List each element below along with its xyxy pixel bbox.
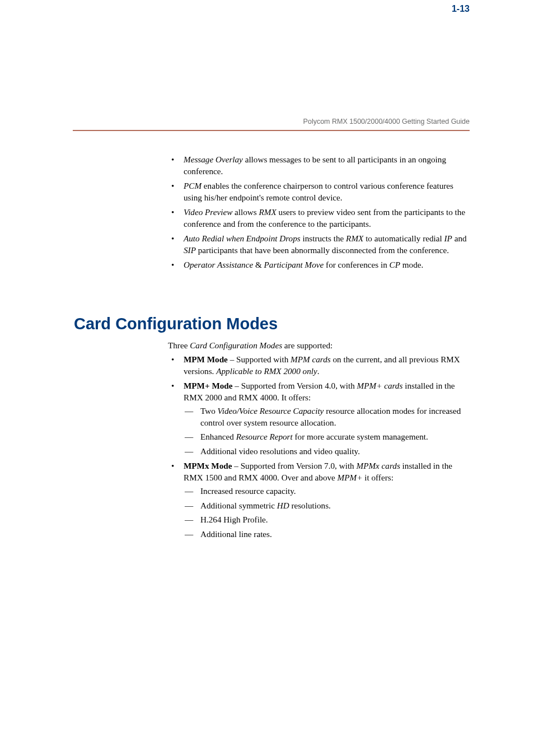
text: instructs the — [301, 234, 346, 243]
sub-item: Additional video resolutions and video q… — [184, 446, 470, 458]
intro-text: Three Card Configuration Modes are suppo… — [168, 340, 470, 351]
feature-name: Operator Assistance — [184, 260, 253, 269]
product-name: RMX — [259, 207, 277, 217]
sub-item: Two Video/Voice Resource Capacity resour… — [184, 405, 470, 428]
header-rule — [73, 130, 470, 131]
list-item: Message Overlay allows messages to be se… — [168, 154, 470, 177]
list-item: MPM Mode – Supported with MPM cards on t… — [168, 354, 470, 377]
feature-name: Participant Move — [264, 260, 324, 269]
term: Video/Voice Resource Capacity — [218, 406, 324, 416]
sub-item: Enhanced Resource Report for more accura… — [184, 431, 470, 443]
page-number: 1-13 — [452, 4, 470, 14]
top-bullet-block: Message Overlay allows messages to be se… — [168, 154, 470, 274]
sub-item: Additional symmetric HD resolutions. — [184, 500, 470, 512]
text: it offers: — [362, 473, 393, 482]
text: – Supported from Version 4.0, with — [233, 381, 357, 390]
feature-desc: enables the conference chairperson to co… — [184, 181, 453, 202]
list-item: Auto Redial when Endpoint Drops instruct… — [168, 233, 470, 256]
text: Additional symmetric — [200, 501, 277, 510]
text: and — [452, 234, 467, 243]
text: & — [253, 260, 264, 269]
feature-name: Message Overlay — [184, 155, 243, 164]
term: Card Configuration Modes — [190, 340, 282, 350]
list-item: Operator Assistance & Participant Move f… — [168, 259, 470, 271]
feature-desc: participants that have been abnormally d… — [196, 245, 449, 255]
section-body: Three Card Configuration Modes are suppo… — [168, 340, 470, 543]
sub-item: Additional line rates. — [184, 529, 470, 540]
term: IP — [444, 234, 452, 243]
feature-name: Auto Redial when Endpoint Drops — [184, 234, 301, 243]
text: Three — [168, 340, 190, 350]
term: Resource Report — [236, 432, 293, 441]
text: mode. — [400, 260, 423, 269]
text: allows — [232, 207, 259, 217]
text: are supported: — [282, 340, 332, 350]
page-container: Polycom RMX 1500/2000/4000 Getting Start… — [0, 0, 534, 118]
term: MPM cards — [291, 354, 331, 364]
text: . — [317, 366, 320, 376]
mode-name: MPMx Mode — [184, 461, 232, 470]
list-item: PCM enables the conference chairperson t… — [168, 180, 470, 203]
text: for conferences in — [324, 260, 389, 269]
term: MPM+ cards — [357, 381, 403, 390]
sub-item: H.264 High Profile. — [184, 514, 470, 526]
mode-list: MPM Mode – Supported with MPM cards on t… — [168, 354, 470, 540]
text: Two — [200, 406, 218, 416]
text: – Supported with — [228, 354, 291, 364]
term: MPM+ — [338, 473, 363, 482]
feature-name: Video Preview — [184, 207, 232, 217]
text: for more accurate system management. — [293, 432, 428, 441]
text: – Supported from Version 7.0, with — [232, 461, 356, 470]
term: CP — [390, 260, 400, 269]
list-item: Video Preview allows RMX users to previe… — [168, 207, 470, 230]
product-name: RMX — [346, 234, 363, 243]
mode-name: MPM+ Mode — [184, 381, 233, 390]
term: SIP — [184, 245, 196, 255]
mode-name: MPM Mode — [184, 354, 228, 364]
list-item: MPMx Mode – Supported from Version 7.0, … — [168, 460, 470, 540]
sub-list: Two Video/Voice Resource Capacity resour… — [184, 405, 470, 457]
text: to automatically redial — [363, 234, 444, 243]
text: Enhanced — [200, 432, 236, 441]
feature-name: PCM — [184, 181, 202, 190]
sub-list: Increased resource capacity. Additional … — [184, 486, 470, 540]
sub-item: Increased resource capacity. — [184, 486, 470, 497]
term: HD — [277, 501, 289, 510]
note: Applicable to RMX 2000 only — [216, 366, 317, 376]
text: resolutions. — [289, 501, 331, 510]
feature-list: Message Overlay allows messages to be se… — [168, 154, 470, 271]
term: MPMx cards — [357, 461, 400, 470]
section-heading: Card Configuration Modes — [74, 315, 278, 333]
list-item: MPM+ Mode – Supported from Version 4.0, … — [168, 380, 470, 457]
running-header: Polycom RMX 1500/2000/4000 Getting Start… — [303, 118, 470, 125]
